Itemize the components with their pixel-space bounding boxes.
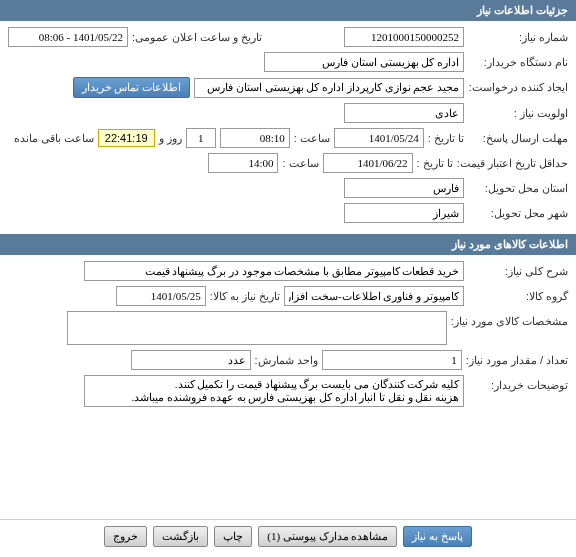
deadline-time-input[interactable] (220, 128, 290, 148)
time-label-2: ساعت : (282, 157, 318, 170)
respond-button[interactable]: پاسخ به نیاز (403, 526, 472, 547)
buyer-contact-button[interactable]: اطلاعات تماس خریدار (73, 77, 191, 98)
to-date-label-1: تا تاریخ : (428, 132, 464, 145)
back-button[interactable]: بازگشت (153, 526, 208, 547)
priority-label: اولویت نیاز : (468, 107, 568, 120)
buyer-notes-label: توضیحات خریدار: (468, 375, 568, 392)
city-input[interactable] (344, 203, 464, 223)
group-input[interactable] (284, 286, 464, 306)
spec-textarea[interactable] (67, 311, 447, 345)
to-date-label-2: تا تاریخ : (417, 157, 453, 170)
need-number-label: شماره نیاز: (468, 31, 568, 44)
items-info-header: اطلاعات کالاهای مورد نیاز (0, 234, 576, 255)
validity-time-input[interactable] (208, 153, 278, 173)
need-date-input[interactable] (116, 286, 206, 306)
remain-time-box: 22:41:19 (98, 129, 155, 147)
need-number-input[interactable] (344, 27, 464, 47)
buyer-notes-textarea[interactable] (84, 375, 464, 407)
desc-label: شرح کلی نیاز: (468, 265, 568, 278)
validity-date-input[interactable] (323, 153, 413, 173)
print-button[interactable]: چاپ (214, 526, 252, 547)
deadline-send-label: مهلت ارسال پاسخ: (468, 132, 568, 145)
qty-label: تعداد / مقدار مورد نیاز: (466, 354, 568, 367)
remain-days-input (186, 128, 216, 148)
spec-label: مشخصات کالای مورد نیاز: (451, 311, 568, 328)
attachments-button[interactable]: مشاهده مدارک پیوستی (1) (258, 526, 397, 547)
qty-input[interactable] (322, 350, 462, 370)
validity-label: حداقل تاریخ اعتبار قیمت: (457, 157, 568, 170)
buyer-input[interactable] (264, 52, 464, 72)
remain-suffix: ساعت باقی مانده (14, 132, 94, 145)
announce-label: تاریخ و ساعت اعلان عمومی: (132, 31, 262, 44)
need-details-header: جزئیات اطلاعات نیاز (0, 0, 576, 21)
need-date-label: تاریخ نیاز به کالا: (210, 290, 280, 303)
time-label-1: ساعت : (294, 132, 330, 145)
province-input[interactable] (344, 178, 464, 198)
exit-button[interactable]: خروج (104, 526, 147, 547)
desc-input[interactable] (84, 261, 464, 281)
days-and-text: روز و (159, 132, 182, 145)
requester-input[interactable] (194, 78, 464, 98)
group-label: گروه کالا: (468, 290, 568, 303)
unit-input[interactable] (131, 350, 251, 370)
announce-input[interactable] (8, 27, 128, 47)
buyer-label: نام دستگاه خریدار: (468, 56, 568, 69)
footer-toolbar: پاسخ به نیاز مشاهده مدارک پیوستی (1) چاپ… (0, 519, 576, 553)
deadline-date-input[interactable] (334, 128, 424, 148)
requester-label: ایجاد کننده درخواست: (468, 81, 568, 94)
priority-input[interactable] (344, 103, 464, 123)
province-label: استان محل تحویل: (468, 182, 568, 195)
unit-label: واحد شمارش: (255, 354, 318, 367)
city-label: شهر محل تحویل: (468, 207, 568, 220)
